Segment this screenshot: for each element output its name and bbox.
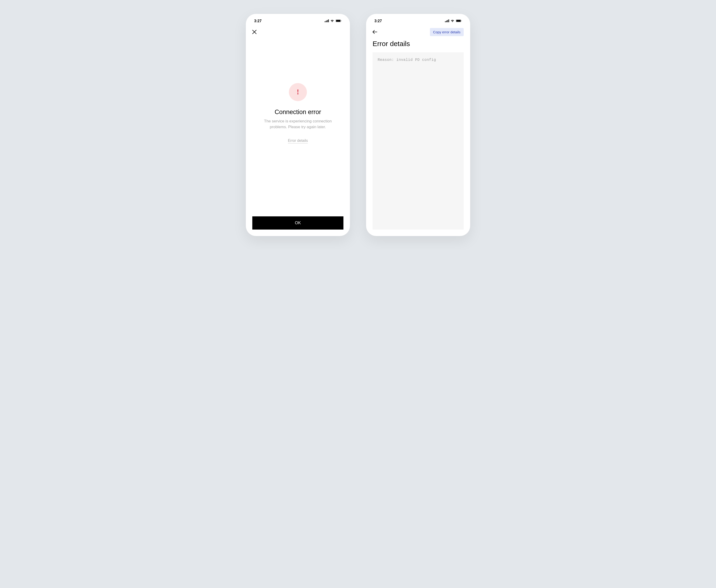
- error-icon-circle: !: [289, 83, 307, 101]
- status-time: 3:27: [374, 19, 382, 23]
- svg-rect-12: [456, 20, 461, 22]
- page-title: Error details: [366, 38, 470, 52]
- battery-icon: [456, 19, 462, 23]
- svg-rect-8: [446, 21, 447, 22]
- error-details-link[interactable]: Error details: [288, 139, 308, 144]
- status-bar: 3:27: [366, 14, 470, 26]
- signal-icon: [445, 19, 449, 23]
- svg-rect-7: [445, 21, 446, 22]
- copy-error-button[interactable]: Copy error details: [430, 28, 464, 36]
- error-reason-block: Reason: invalid PD config: [373, 52, 464, 230]
- status-icons: [445, 19, 462, 23]
- phone-error-screen: 3:27: [246, 14, 350, 236]
- error-message: The service is experiencing connection p…: [255, 119, 341, 130]
- svg-rect-10: [449, 19, 449, 22]
- svg-rect-13: [461, 20, 462, 21]
- nav-bar: Copy error details: [366, 26, 470, 38]
- phone-details-screen: 3:27: [366, 14, 470, 236]
- error-content: ! Connection error The service is experi…: [246, 14, 350, 216]
- svg-rect-9: [447, 20, 448, 22]
- back-arrow-icon[interactable]: [373, 30, 377, 34]
- wifi-icon: [451, 19, 454, 23]
- exclamation-icon: !: [297, 88, 299, 96]
- ok-button[interactable]: OK: [252, 216, 343, 230]
- error-title: Connection error: [275, 108, 321, 116]
- details-content: Reason: invalid PD config: [366, 52, 470, 236]
